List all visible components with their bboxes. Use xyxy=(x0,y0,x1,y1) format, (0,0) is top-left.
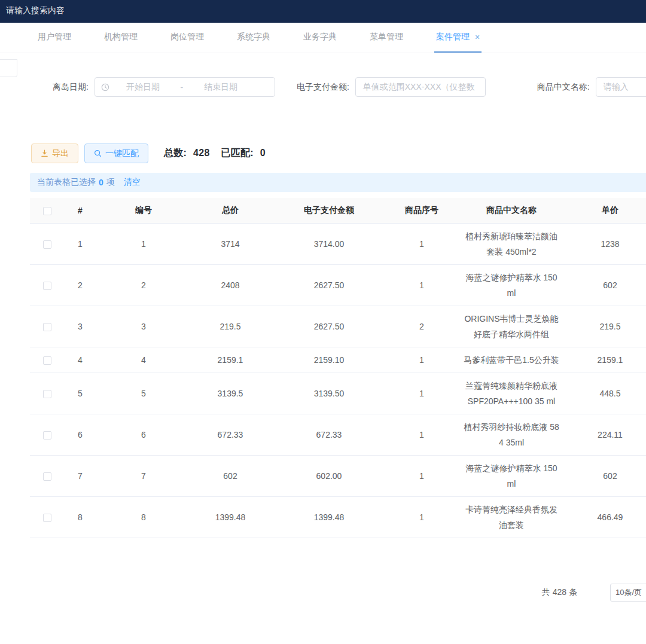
cell-product-seq: 1 xyxy=(389,496,455,538)
tab[interactable]: 岗位管理 xyxy=(169,23,206,53)
matched-label: 已匹配: xyxy=(221,148,254,158)
export-icon xyxy=(41,149,48,157)
select-all-header xyxy=(30,198,65,223)
clear-selection-link[interactable]: 清空 xyxy=(124,177,141,188)
cell-epay-amount: 672.33 xyxy=(269,414,389,455)
cell-index: 6 xyxy=(65,414,96,455)
cell-unit-price: 448.5 xyxy=(568,373,646,414)
total-label: 总数: xyxy=(164,148,187,158)
cell-epay-amount: 3139.50 xyxy=(269,373,389,414)
row-checkbox[interactable] xyxy=(43,514,51,522)
tab[interactable]: 系统字典 xyxy=(235,23,272,53)
table-row: 2 2 2408 2627.50 1 海蓝之谜修护精萃水 150ml 602 xyxy=(30,264,646,306)
row-checkbox[interactable] xyxy=(43,323,51,331)
date-filter-label: 离岛日期: xyxy=(53,82,89,93)
cell-product-name: 兰蔻菁纯臻颜精华粉底液SPF20PA+++100 35 ml xyxy=(455,373,568,414)
selection-prefix: 当前表格已选择 xyxy=(37,177,96,188)
selection-bar: 当前表格已选择 0 项 清空 xyxy=(30,173,646,192)
cell-checkbox xyxy=(30,414,65,455)
column-header: 电子支付金额 xyxy=(269,198,389,223)
table-row: 1 1 3714 3714.00 1 植村秀新琥珀臻萃洁颜油套装 450ml*2… xyxy=(30,223,646,264)
cell-product-seq: 2 xyxy=(389,306,455,347)
cell-code: 1 xyxy=(96,223,191,264)
tab-close-icon[interactable]: × xyxy=(475,33,480,41)
cell-epay-amount: 2627.50 xyxy=(269,264,389,306)
row-checkbox[interactable] xyxy=(43,390,51,398)
column-header: 单价 xyxy=(568,198,646,223)
cell-product-name: 海蓝之谜修护精萃水 150ml xyxy=(455,455,568,496)
matched-value: 0 xyxy=(260,148,266,158)
pagination-total: 共 428 条 xyxy=(542,587,577,598)
row-checkbox[interactable] xyxy=(43,240,51,249)
amount-filter-label: 电子支付金额: xyxy=(297,82,349,93)
row-checkbox[interactable] xyxy=(43,282,51,290)
cell-code: 5 xyxy=(96,373,191,414)
pagination: 共 428 条 10条/页 ▼ xyxy=(0,584,646,602)
tab-label: 系统字典 xyxy=(237,32,270,42)
cell-epay-amount: 602.00 xyxy=(269,455,389,496)
column-header: 商品中文名称 xyxy=(455,198,568,223)
cell-unit-price: 602 xyxy=(568,455,646,496)
tab-label: 岗位管理 xyxy=(170,32,204,42)
cell-total-price: 3139.5 xyxy=(191,373,269,414)
column-header: # xyxy=(65,198,96,223)
search-icon xyxy=(94,149,102,157)
tab-label: 业务字典 xyxy=(303,32,337,42)
row-checkbox[interactable] xyxy=(43,431,51,439)
cell-epay-amount: 2627.50 xyxy=(269,306,389,347)
export-button-label: 导出 xyxy=(52,148,69,159)
cell-code: 2 xyxy=(96,264,191,306)
tab[interactable]: 案件管理 × xyxy=(434,23,482,53)
cell-total-price: 1399.48 xyxy=(191,496,269,538)
tab[interactable]: 菜单管理 xyxy=(368,23,405,53)
data-table: #编号总价电子支付金额商品序号商品中文名称单价 1 1 3714 3714.00… xyxy=(30,198,646,543)
cell-checkbox xyxy=(30,306,65,347)
date-range-input[interactable]: 开始日期 - 结束日期 xyxy=(95,77,275,97)
cell-index: 3 xyxy=(65,306,96,347)
cell-product-seq: 1 xyxy=(389,264,455,306)
cell-product-seq: 1 xyxy=(389,347,455,373)
export-button[interactable]: 导出 xyxy=(31,144,78,163)
row-checkbox[interactable] xyxy=(43,472,51,481)
cell-checkbox xyxy=(30,455,65,496)
selection-count: 0 xyxy=(99,178,103,187)
column-header: 编号 xyxy=(96,198,191,223)
cell-code: 7 xyxy=(96,455,191,496)
cell-total-price: 672.33 xyxy=(191,414,269,455)
select-all-checkbox[interactable] xyxy=(43,207,51,215)
cell-code: 3 xyxy=(96,306,191,347)
match-stats: 总数: 428 已匹配: 0 xyxy=(164,147,274,160)
tab-label: 机构管理 xyxy=(104,32,138,42)
cell-checkbox xyxy=(30,223,65,264)
cell-product-name: 马爹利蓝带干邑1.5公升装 xyxy=(455,347,568,373)
cell-unit-price: 1238 xyxy=(568,223,646,264)
date-separator: - xyxy=(176,83,187,92)
amount-input[interactable]: 单值或范围XXX-XXX（仅整数 xyxy=(355,77,486,97)
tab[interactable]: 业务字典 xyxy=(301,23,339,53)
row-checkbox[interactable] xyxy=(43,356,51,365)
amount-placeholder: 单值或范围XXX-XXX（仅整数 xyxy=(363,82,475,93)
toolbar: 导出 一键匹配 总数: 428 已匹配: 0 xyxy=(0,144,646,163)
cell-code: 6 xyxy=(96,414,191,455)
page-size-select[interactable]: 10条/页 ▼ xyxy=(610,584,646,602)
cell-unit-price: 2159.1 xyxy=(568,347,646,373)
cell-epay-amount: 2159.10 xyxy=(269,347,389,373)
table-row: 3 3 219.5 2627.50 2 ORIGINS韦博士灵芝焕能好底子精华水… xyxy=(30,306,646,347)
cell-checkbox xyxy=(30,347,65,373)
cell-total-price: 602 xyxy=(191,455,269,496)
tab[interactable]: 机构管理 xyxy=(102,23,139,53)
cell-index: 4 xyxy=(65,347,96,373)
tab-bar: 用户管理 机构管理 岗位管理 系统字典 业务字典 菜单管理 案件管理 × xyxy=(0,23,646,53)
cell-checkbox xyxy=(30,496,65,538)
cell-product-seq: 1 xyxy=(389,455,455,496)
global-search-input[interactable]: 请输入搜索内容 xyxy=(6,5,65,15)
filter-name-group: 商品中文名称: 请输入 xyxy=(537,77,646,97)
date-end-placeholder[interactable]: 结束日期 xyxy=(187,82,254,93)
one-click-match-button[interactable]: 一键匹配 xyxy=(84,144,148,163)
product-name-input[interactable]: 请输入 xyxy=(596,77,646,97)
filter-date-group: 离岛日期: 开始日期 - 结束日期 xyxy=(53,77,275,97)
cell-product-seq: 1 xyxy=(389,414,455,455)
tab[interactable]: 用户管理 xyxy=(36,23,73,53)
date-start-placeholder[interactable]: 开始日期 xyxy=(109,82,176,93)
cell-total-price: 2159.1 xyxy=(191,347,269,373)
